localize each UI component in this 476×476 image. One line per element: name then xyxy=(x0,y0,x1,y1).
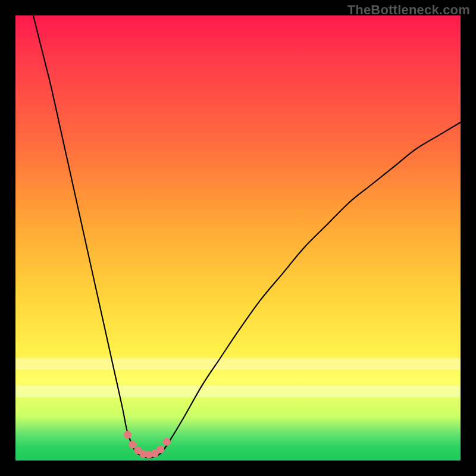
valley-dot xyxy=(124,431,131,439)
chart-svg xyxy=(15,15,461,461)
valley-dots-group xyxy=(124,431,171,459)
chart-plot-area xyxy=(15,15,461,461)
valley-dot xyxy=(129,441,136,449)
valley-dot xyxy=(163,438,171,446)
attribution-text: TheBottleneck.com xyxy=(347,2,470,18)
valley-dot xyxy=(156,446,164,453)
bottleneck-curve xyxy=(33,15,461,458)
